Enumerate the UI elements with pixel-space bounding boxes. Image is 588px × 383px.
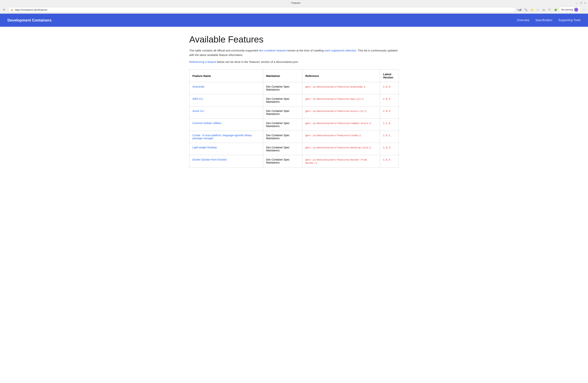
- more-options-button[interactable]: ⋯: [581, 7, 587, 12]
- feature-name-link[interactable]: Azure CLI: [192, 109, 204, 112]
- intro-mid: known at the time of crawling: [287, 49, 324, 52]
- table-body: AnacondaDev Container Spec Maintainersgh…: [189, 82, 399, 168]
- cell-version: 1.0.6: [380, 82, 399, 94]
- version-code: 1.1.0: [383, 122, 390, 125]
- dev-container-features-link[interactable]: dev container features: [259, 49, 287, 52]
- intro-before: This table contains all official and com…: [189, 49, 259, 52]
- feature-name-link[interactable]: Docker (Docker-from-Docker): [192, 158, 227, 161]
- cell-reference: ghcr.io/devcontainers/features/conda:1: [302, 131, 380, 143]
- reference-code: ghcr.io/devcontainers/features/docker-fr…: [305, 158, 368, 165]
- favorites-add-button[interactable]: ⭐: [529, 7, 534, 12]
- cell-reference: ghcr.io/devcontainers/features/desktop-l…: [302, 143, 380, 155]
- extensions-button[interactable]: 🧩: [553, 7, 558, 12]
- cell-version: 1.0.4: [380, 155, 399, 168]
- window-controls: — ❐ ✕: [575, 1, 587, 4]
- sync-button[interactable]: Not syncing: [559, 7, 581, 13]
- table-row: Conda - A cross-platform, language-agnos…: [189, 131, 399, 143]
- version-code: 1.0.3: [383, 146, 390, 149]
- bookmark-button[interactable]: ☆: [535, 7, 540, 12]
- cell-feature-name: Conda - A cross-platform, language-agnos…: [189, 131, 263, 143]
- refresh-button[interactable]: ↻: [1, 7, 7, 12]
- reference-code: ghcr.io/devcontainers/features/azure-cli…: [305, 110, 367, 113]
- th-feature-name: Feature Name: [189, 70, 263, 82]
- cell-version: 1.0.1: [380, 131, 399, 143]
- cell-maintainer: Dev Container Spec Maintainers: [263, 106, 302, 119]
- nav-link-supporting-tools[interactable]: Supporting Tools: [558, 19, 581, 22]
- table-row: Docker (Docker-from-Docker)Dev Container…: [189, 155, 399, 168]
- site-nav: Development Containers Overview Specific…: [0, 14, 588, 27]
- table-row: AWS CLIDev Container Spec Maintainersghc…: [189, 94, 399, 106]
- toolbar-icons: A🔊 🔍 ⭐ ☆ 🗂 🛡 🧩 Not syncing ⋯: [517, 7, 587, 13]
- site-brand[interactable]: Development Containers: [7, 18, 517, 22]
- nav-link-overview[interactable]: Overview: [517, 19, 529, 22]
- th-maintainer: Maintainer: [263, 70, 302, 82]
- cell-feature-name: Light-weight Desktop: [189, 143, 263, 155]
- version-code: 1.0.1: [383, 134, 390, 137]
- nav-links: Overview Specification Supporting Tools: [517, 19, 581, 22]
- referencing-after: below can be done in the 'features' sect…: [216, 60, 299, 64]
- cell-feature-name: Anaconda: [189, 82, 263, 94]
- close-button[interactable]: ✕: [584, 1, 587, 4]
- cell-feature-name: Common Debian Utilities: [189, 119, 263, 131]
- feature-name-link[interactable]: Common Debian Utilities: [192, 122, 221, 125]
- browser-titlebar: 📄 Features — ❐ ✕: [0, 0, 588, 6]
- profile-avatar: [574, 7, 578, 12]
- sync-label: Not syncing: [561, 8, 573, 11]
- search-button[interactable]: 🔍: [523, 7, 528, 12]
- th-reference: Reference: [302, 70, 380, 82]
- feature-name-link[interactable]: AWS CLI: [192, 97, 203, 100]
- feature-name-link[interactable]: Conda - A cross-platform, language-agnos…: [192, 134, 252, 140]
- cell-maintainer: Dev Container Spec Maintainers: [263, 119, 302, 131]
- tab-title: Features: [292, 2, 300, 4]
- browser-chrome: 📄 Features — ❐ ✕ ↻ 🔒 https://containers.…: [0, 0, 588, 14]
- cell-feature-name: Docker (Docker-from-Docker): [189, 155, 263, 168]
- reference-code: ghcr.io/devcontainers/features/anaconda:…: [305, 85, 365, 88]
- cell-reference: ghcr.io/devcontainers/features/azure-cli…: [302, 106, 380, 119]
- minimize-button[interactable]: —: [575, 1, 578, 4]
- cell-maintainer: Dev Container Spec Maintainers: [263, 82, 302, 94]
- lock-icon: 🔒: [11, 9, 13, 11]
- registered-collection-link[interactable]: each registered collection: [324, 49, 356, 52]
- cell-maintainer: Dev Container Spec Maintainers: [263, 155, 302, 168]
- read-aloud-button[interactable]: A🔊: [517, 7, 522, 12]
- intro-paragraph: This table contains all official and com…: [189, 48, 399, 57]
- table-row: Light-weight DesktopDev Container Spec M…: [189, 143, 399, 155]
- cell-version: 1.0.3: [380, 94, 399, 106]
- version-code: 1.0.4: [383, 158, 390, 161]
- cell-reference: ghcr.io/devcontainers/features/anaconda:…: [302, 82, 380, 94]
- cell-maintainer: Dev Container Spec Maintainers: [263, 94, 302, 106]
- nav-link-specification[interactable]: Specification: [535, 19, 552, 22]
- table-row: Common Debian UtilitiesDev Container Spe…: [189, 119, 399, 131]
- collections-button[interactable]: 🗂: [541, 7, 546, 12]
- version-code: 1.0.3: [383, 98, 390, 101]
- cell-version: 1.0.3: [380, 143, 399, 155]
- feature-name-link[interactable]: Light-weight Desktop: [192, 146, 217, 149]
- cell-reference: ghcr.io/devcontainers/features/aws-cli:1: [302, 94, 380, 106]
- header-row: Feature Name Maintainer Reference Latest…: [189, 70, 399, 82]
- shield-button[interactable]: 🛡: [547, 7, 552, 12]
- page-icon: 📄: [288, 2, 290, 4]
- url-text: https://containers.dev/features: [15, 8, 47, 11]
- reference-code: ghcr.io/devcontainers/features/aws-cli:1: [305, 98, 364, 101]
- th-latest-version: LatestVersion: [380, 70, 399, 82]
- feature-name-link[interactable]: Anaconda: [192, 85, 204, 88]
- reference-code: ghcr.io/devcontainers/features/desktop-l…: [305, 146, 371, 149]
- version-code: 1.0.3: [383, 110, 390, 113]
- cell-feature-name: AWS CLI: [189, 94, 263, 106]
- cell-reference: ghcr.io/devcontainers/features/docker-fr…: [302, 155, 380, 168]
- table-header: Feature Name Maintainer Reference Latest…: [189, 70, 399, 82]
- table-row: Azure CLIDev Container Spec Maintainersg…: [189, 106, 399, 119]
- table-row: AnacondaDev Container Spec Maintainersgh…: [189, 82, 399, 94]
- cell-reference: ghcr.io/devcontainers/features/common-ut…: [302, 119, 380, 131]
- restore-button[interactable]: ❐: [579, 1, 582, 4]
- referencing-link[interactable]: Referencing a feature: [189, 60, 216, 64]
- address-bar[interactable]: 🔒 https://containers.dev/features: [8, 7, 516, 12]
- browser-title: 📄 Features: [288, 2, 300, 4]
- main-content: Available Features This table contains a…: [182, 27, 406, 175]
- cell-maintainer: Dev Container Spec Maintainers: [263, 131, 302, 143]
- cell-feature-name: Azure CLI: [189, 106, 263, 119]
- version-code: 1.0.6: [383, 85, 390, 88]
- features-table: Feature Name Maintainer Reference Latest…: [189, 69, 399, 168]
- browser-toolbar: ↻ 🔒 https://containers.dev/features A🔊 🔍…: [0, 6, 588, 14]
- page-title: Available Features: [189, 34, 399, 44]
